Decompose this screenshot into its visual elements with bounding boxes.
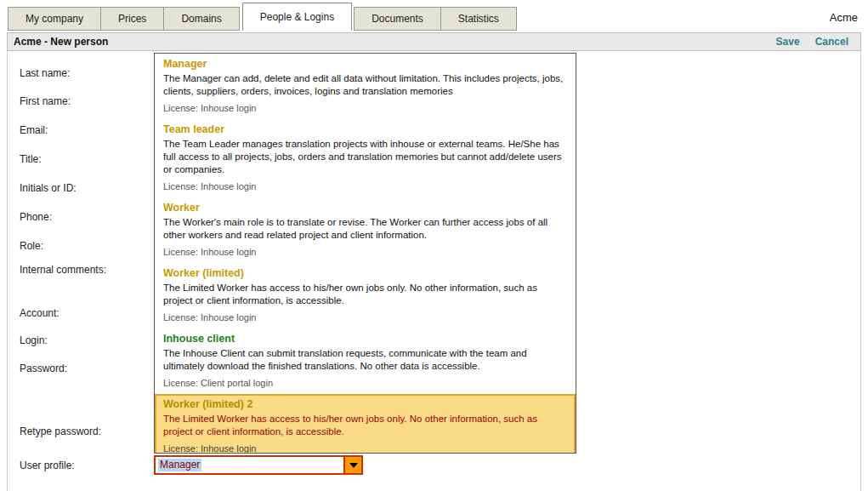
profile-option-license: License: Inhouse login (163, 247, 567, 258)
profile-option-title: Worker (limited) (163, 267, 567, 280)
tab-domains[interactable]: Domains (163, 7, 239, 31)
profile-option[interactable]: Team leaderThe Team Leader manages trans… (155, 119, 576, 197)
form-label: Email: (20, 124, 48, 136)
profile-option-description: The Limited Worker has access to his/her… (163, 413, 567, 438)
profile-option-license: License: Client portal login (163, 378, 567, 389)
header-actions: Save Cancel (776, 36, 860, 48)
account-name-label: Acme (830, 11, 858, 24)
profile-option-license: License: Inhouse login (163, 312, 567, 323)
cancel-button[interactable]: Cancel (815, 36, 848, 48)
form-label: Password: (20, 363, 67, 374)
profile-option-license: License: Inhouse login (163, 181, 567, 192)
profile-option[interactable]: ManagerThe Manager can add, delete and e… (155, 54, 576, 119)
form-label: Phone: (20, 211, 52, 223)
form-label: Login: (20, 334, 48, 346)
form-label: Account: (20, 307, 60, 319)
profile-option-description: The Inhouse Client can submit translatio… (163, 347, 567, 373)
profile-option-description: The Manager can add, delete and edit all… (163, 72, 567, 98)
profile-option-license: License: Inhouse login (163, 443, 567, 454)
page-title: Acme - New person (8, 36, 108, 48)
tab-prices[interactable]: Prices (100, 7, 164, 31)
profile-option[interactable]: Worker (limited)The Limited Worker has a… (155, 263, 576, 328)
combobox-dropdown-button[interactable] (343, 457, 361, 473)
profile-option-description: The Worker's main role is to translate o… (163, 216, 567, 242)
profile-option[interactable]: WorkerThe Worker's main role is to trans… (155, 197, 576, 263)
tab-bar: My companyPricesDomainsPeople & LoginsDo… (9, 0, 517, 31)
page-header-bar: Acme - New person Save Cancel (7, 32, 861, 51)
tab-my-company[interactable]: My company (8, 7, 101, 31)
chevron-down-icon (349, 463, 358, 468)
profile-option-title: Team leader (163, 123, 567, 136)
form-label: Role: (20, 240, 43, 252)
profile-option-description: The Team Leader manages translation proj… (163, 138, 567, 176)
tab-people-logins[interactable]: People & Logins (242, 3, 352, 31)
form-label: Internal comments: (20, 264, 106, 276)
form-label: Title: (20, 153, 42, 165)
profile-option-title: Worker (163, 202, 567, 214)
profile-option-title: Manager (163, 58, 567, 71)
profile-option[interactable]: Inhouse clientThe Inhouse Client can sub… (155, 328, 576, 394)
form-label: First name: (20, 95, 71, 107)
tab-statistics[interactable]: Statistics (440, 7, 517, 31)
form-label: Retype password: (20, 425, 101, 437)
profile-option-title: Worker (limited) 2 (163, 398, 567, 411)
tab-documents[interactable]: Documents (354, 7, 441, 31)
form-label: Last name: (20, 67, 70, 79)
save-button[interactable]: Save (776, 36, 800, 48)
form-label: User profile: (20, 460, 75, 471)
profile-option-title: Inhouse client (163, 333, 567, 345)
profile-option-license: License: Inhouse login (163, 103, 567, 114)
user-profile-combobox[interactable]: Manager (154, 455, 363, 475)
profile-option-description: The Limited Worker has access to his/her… (163, 282, 567, 307)
profile-option[interactable]: Worker (limited) 2The Limited Worker has… (155, 394, 576, 454)
form-label: Initials or ID: (20, 182, 77, 194)
user-profile-dropdown-list: ManagerThe Manager can add, delete and e… (154, 53, 576, 454)
combobox-selected-value: Manager (158, 459, 201, 471)
